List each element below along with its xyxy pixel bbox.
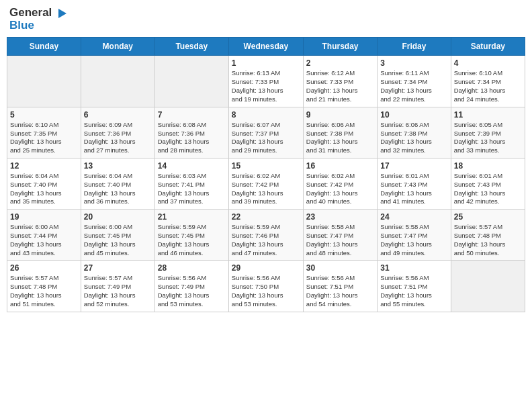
day-number: 10 (380, 110, 447, 120)
day-content: Sunrise: 6:02 AM Sunset: 7:42 PM Dayligh… (306, 172, 374, 206)
calendar-cell: 23Sunrise: 5:58 AM Sunset: 7:47 PM Dayli… (303, 210, 377, 261)
day-number: 16 (306, 161, 374, 171)
svg-marker-0 (58, 9, 66, 18)
day-of-week-monday: Monday (81, 38, 154, 56)
calendar-cell (81, 56, 154, 107)
day-content: Sunrise: 5:57 AM Sunset: 7:49 PM Dayligh… (84, 274, 152, 308)
day-content: Sunrise: 6:01 AM Sunset: 7:43 PM Dayligh… (454, 172, 522, 206)
calendar-cell: 9Sunrise: 6:06 AM Sunset: 7:38 PM Daylig… (303, 107, 377, 158)
calendar-cell: 4Sunrise: 6:10 AM Sunset: 7:34 PM Daylig… (451, 56, 525, 107)
day-number: 31 (380, 263, 447, 273)
day-content: Sunrise: 6:09 AM Sunset: 7:36 PM Dayligh… (84, 121, 152, 155)
day-content: Sunrise: 6:03 AM Sunset: 7:41 PM Dayligh… (158, 172, 226, 206)
calendar-cell: 25Sunrise: 5:57 AM Sunset: 7:48 PM Dayli… (451, 210, 525, 261)
day-number: 27 (84, 263, 152, 273)
day-number: 25 (454, 212, 522, 222)
calendar-cell: 5Sunrise: 6:10 AM Sunset: 7:35 PM Daylig… (7, 107, 81, 158)
day-content: Sunrise: 6:01 AM Sunset: 7:43 PM Dayligh… (380, 172, 447, 206)
week-row-4: 19Sunrise: 6:00 AM Sunset: 7:44 PM Dayli… (7, 210, 525, 261)
day-number: 24 (380, 212, 447, 222)
day-content: Sunrise: 6:10 AM Sunset: 7:34 PM Dayligh… (454, 69, 522, 103)
calendar-cell: 14Sunrise: 6:03 AM Sunset: 7:41 PM Dayli… (154, 158, 228, 209)
logo-arrow-icon (56, 7, 68, 19)
day-content: Sunrise: 6:12 AM Sunset: 7:33 PM Dayligh… (306, 69, 374, 103)
logo-blue: Blue (9, 19, 34, 32)
calendar-cell: 6Sunrise: 6:09 AM Sunset: 7:36 PM Daylig… (81, 107, 154, 158)
day-number: 22 (232, 212, 300, 222)
calendar-body: 1Sunrise: 6:13 AM Sunset: 7:33 PM Daylig… (7, 56, 525, 312)
day-content: Sunrise: 5:58 AM Sunset: 7:47 PM Dayligh… (306, 223, 374, 257)
day-number: 18 (454, 161, 522, 171)
day-number: 1 (232, 58, 300, 68)
calendar-cell: 16Sunrise: 6:02 AM Sunset: 7:42 PM Dayli… (303, 158, 377, 209)
day-number: 20 (84, 212, 152, 222)
day-content: Sunrise: 5:57 AM Sunset: 7:48 PM Dayligh… (454, 223, 522, 257)
calendar-cell: 1Sunrise: 6:13 AM Sunset: 7:33 PM Daylig… (228, 56, 303, 107)
day-content: Sunrise: 5:57 AM Sunset: 7:48 PM Dayligh… (10, 274, 78, 308)
calendar-cell: 15Sunrise: 6:02 AM Sunset: 7:42 PM Dayli… (228, 158, 303, 209)
day-number: 6 (84, 110, 152, 120)
day-number: 4 (454, 58, 522, 68)
days-of-week-row: SundayMondayTuesdayWednesdayThursdayFrid… (7, 38, 525, 56)
calendar-cell: 10Sunrise: 6:06 AM Sunset: 7:38 PM Dayli… (378, 107, 451, 158)
day-content: Sunrise: 6:06 AM Sunset: 7:38 PM Dayligh… (306, 121, 374, 155)
day-of-week-wednesday: Wednesday (228, 38, 303, 56)
calendar-cell: 29Sunrise: 5:56 AM Sunset: 7:50 PM Dayli… (228, 261, 303, 312)
calendar-cell: 11Sunrise: 6:05 AM Sunset: 7:39 PM Dayli… (451, 107, 525, 158)
calendar-cell: 24Sunrise: 5:58 AM Sunset: 7:47 PM Dayli… (378, 210, 451, 261)
day-content: Sunrise: 6:04 AM Sunset: 7:40 PM Dayligh… (10, 172, 78, 206)
page-header: General Blue (7, 7, 525, 32)
day-content: Sunrise: 6:00 AM Sunset: 7:44 PM Dayligh… (10, 223, 78, 257)
calendar-cell (7, 56, 81, 107)
calendar-cell: 7Sunrise: 6:08 AM Sunset: 7:36 PM Daylig… (154, 107, 228, 158)
day-number: 28 (158, 263, 226, 273)
day-number: 26 (10, 263, 78, 273)
calendar-cell: 30Sunrise: 5:56 AM Sunset: 7:51 PM Dayli… (303, 261, 377, 312)
day-number: 29 (232, 263, 300, 273)
day-of-week-sunday: Sunday (7, 38, 81, 56)
day-of-week-saturday: Saturday (451, 38, 525, 56)
calendar-cell: 31Sunrise: 5:56 AM Sunset: 7:51 PM Dayli… (378, 261, 451, 312)
calendar-cell: 2Sunrise: 6:12 AM Sunset: 7:33 PM Daylig… (303, 56, 377, 107)
calendar-table: SundayMondayTuesdayWednesdayThursdayFrid… (7, 37, 525, 312)
week-row-5: 26Sunrise: 5:57 AM Sunset: 7:48 PM Dayli… (7, 261, 525, 312)
day-content: Sunrise: 6:05 AM Sunset: 7:39 PM Dayligh… (454, 121, 522, 155)
calendar-cell: 22Sunrise: 5:59 AM Sunset: 7:46 PM Dayli… (228, 210, 303, 261)
calendar-cell: 26Sunrise: 5:57 AM Sunset: 7:48 PM Dayli… (7, 261, 81, 312)
calendar-cell (451, 261, 525, 312)
day-number: 30 (306, 263, 374, 273)
day-number: 21 (158, 212, 226, 222)
day-of-week-friday: Friday (378, 38, 451, 56)
calendar-cell: 17Sunrise: 6:01 AM Sunset: 7:43 PM Dayli… (378, 158, 451, 209)
day-number: 13 (84, 161, 152, 171)
calendar-cell: 27Sunrise: 5:57 AM Sunset: 7:49 PM Dayli… (81, 261, 154, 312)
calendar-cell: 18Sunrise: 6:01 AM Sunset: 7:43 PM Dayli… (451, 158, 525, 209)
day-number: 9 (306, 110, 374, 120)
calendar-cell: 21Sunrise: 5:59 AM Sunset: 7:45 PM Dayli… (154, 210, 228, 261)
calendar-cell: 12Sunrise: 6:04 AM Sunset: 7:40 PM Dayli… (7, 158, 81, 209)
day-content: Sunrise: 5:59 AM Sunset: 7:45 PM Dayligh… (158, 223, 226, 257)
calendar-cell (154, 56, 228, 107)
day-content: Sunrise: 5:59 AM Sunset: 7:46 PM Dayligh… (232, 223, 300, 257)
day-number: 17 (380, 161, 447, 171)
calendar-cell: 3Sunrise: 6:11 AM Sunset: 7:34 PM Daylig… (378, 56, 451, 107)
day-of-week-tuesday: Tuesday (154, 38, 228, 56)
week-row-1: 1Sunrise: 6:13 AM Sunset: 7:33 PM Daylig… (7, 56, 525, 107)
day-number: 19 (10, 212, 78, 222)
day-content: Sunrise: 5:56 AM Sunset: 7:49 PM Dayligh… (158, 274, 226, 308)
calendar-cell: 19Sunrise: 6:00 AM Sunset: 7:44 PM Dayli… (7, 210, 81, 261)
day-content: Sunrise: 6:02 AM Sunset: 7:42 PM Dayligh… (232, 172, 300, 206)
day-content: Sunrise: 6:04 AM Sunset: 7:40 PM Dayligh… (84, 172, 152, 206)
day-content: Sunrise: 6:10 AM Sunset: 7:35 PM Dayligh… (10, 121, 78, 155)
calendar-cell: 8Sunrise: 6:07 AM Sunset: 7:37 PM Daylig… (228, 107, 303, 158)
calendar-cell: 13Sunrise: 6:04 AM Sunset: 7:40 PM Dayli… (81, 158, 154, 209)
day-content: Sunrise: 6:13 AM Sunset: 7:33 PM Dayligh… (232, 69, 300, 103)
logo: General Blue (9, 7, 68, 32)
day-number: 3 (380, 58, 447, 68)
day-number: 12 (10, 161, 78, 171)
day-number: 23 (306, 212, 374, 222)
logo-general: General (9, 6, 52, 19)
calendar-header: SundayMondayTuesdayWednesdayThursdayFrid… (7, 38, 525, 56)
calendar-cell: 28Sunrise: 5:56 AM Sunset: 7:49 PM Dayli… (154, 261, 228, 312)
day-number: 14 (158, 161, 226, 171)
